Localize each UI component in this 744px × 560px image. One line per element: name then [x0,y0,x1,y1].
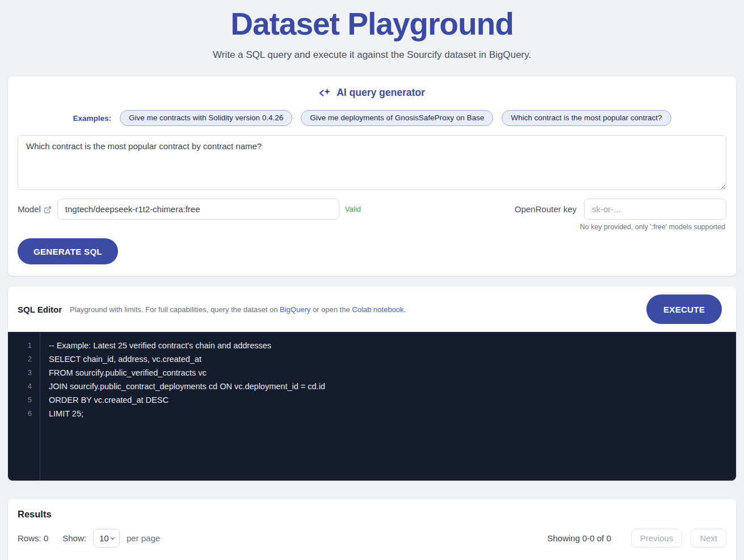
examples-row: Examples: Give me contracts with Solidit… [18,110,726,126]
example-chip-gnosissafeproxy[interactable]: Give me deployments of GnosisSafeProxy o… [301,110,493,126]
editor-description-middle: or open the [313,305,350,314]
ai-query-generator-card: AI query generator Examples: Give me con… [8,77,736,276]
line-number: 3 [8,366,32,380]
line-number: 1 [8,339,32,352]
code-line[interactable]: ORDER BY vc.created_at DESC [49,393,736,407]
line-number: 5 [8,393,32,407]
example-chip-popular-contract[interactable]: Which contract is the most popular contr… [502,110,671,126]
rows-count: Rows: 0 [18,533,48,543]
line-number: 4 [8,380,32,393]
code-line[interactable]: JOIN sourcify.public_contract_deployment… [49,380,736,393]
page-title: Dataset Playground [0,6,744,42]
openrouter-key-group: OpenRouter key [515,199,726,220]
generate-sql-button[interactable]: GENERATE SQL [18,238,118,264]
per-page-label: per page [127,533,160,543]
code-line[interactable]: SELECT chain_id, address, vc.created_at [49,352,736,366]
editor-description-suffix: . [403,305,406,314]
page-size-select[interactable]: 10 [93,529,120,548]
next-page-button[interactable]: Next [691,529,726,548]
results-card: Results Rows: 0 Show: 10 per page Showin… [8,499,736,560]
external-link-icon[interactable] [44,206,52,214]
example-chip-solidity-version[interactable]: Give me contracts with Solidity version … [120,110,292,126]
editor-title: SQL Editor [18,305,62,314]
results-controls-row: Rows: 0 Show: 10 per page Showing 0-0 of… [18,529,726,548]
editor-description-prefix: Playground with limits. For full capabil… [70,305,278,314]
prompt-textarea[interactable]: Which contract is the most popular contr… [18,135,726,190]
openrouter-key-label: OpenRouter key [515,204,577,214]
code-sparkle-icon [319,87,331,99]
generator-heading: AI query generator [337,87,425,99]
results-heading: Results [18,509,726,520]
show-label: Show: [62,533,86,543]
sql-code-editor[interactable]: 1 2 3 4 5 6 -- Example: Latest 25 verifi… [8,332,736,481]
page-subtitle: Write a SQL query and execute it against… [0,49,744,61]
execute-button[interactable]: EXECUTE [646,294,722,324]
sql-editor-card: SQL Editor Playground with limits. For f… [8,287,736,481]
showing-range: Showing 0-0 of 0 [547,533,611,543]
line-number: 6 [8,407,32,420]
bigquery-link[interactable]: BigQuery [280,305,310,314]
colab-notebook-link[interactable]: Colab notebook [352,305,403,314]
examples-label: Examples: [73,114,111,123]
code-area[interactable]: -- Example: Latest 25 verified contract'… [40,332,736,481]
code-line[interactable]: -- Example: Latest 25 verified contract'… [49,339,736,352]
model-label: Model [18,204,41,214]
page-size-select-wrap: 10 [93,529,120,548]
model-row: Model Valid OpenRouter key [18,199,726,220]
code-line[interactable]: LIMIT 25; [49,407,736,420]
hero: Dataset Playground Write a SQL query and… [0,0,744,61]
model-input[interactable] [57,199,339,220]
line-number: 2 [8,352,32,366]
generator-heading-row: AI query generator [18,87,726,99]
previous-page-button[interactable]: Previous [631,529,682,548]
key-hint: No key provided, only ':free' models sup… [18,223,726,231]
code-line[interactable]: FROM sourcify.public_verified_contracts … [49,366,736,380]
model-valid-status: Valid [345,205,361,213]
editor-header: SQL Editor Playground with limits. For f… [8,287,736,332]
line-number-gutter: 1 2 3 4 5 6 [8,332,40,481]
editor-description: Playground with limits. For full capabil… [70,305,406,314]
openrouter-key-input[interactable] [584,199,726,220]
